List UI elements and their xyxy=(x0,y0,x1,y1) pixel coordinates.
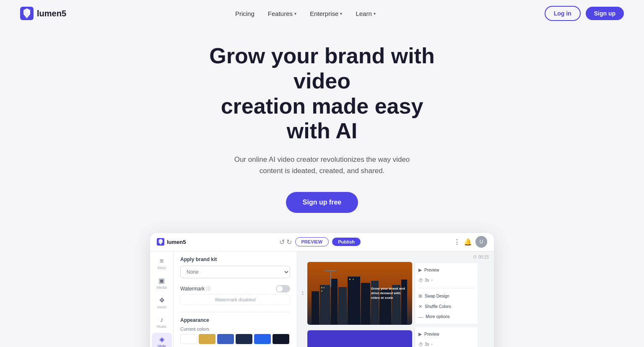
enterprise-chevron-icon: ▾ xyxy=(340,11,342,16)
current-color-swatches xyxy=(180,334,290,344)
login-button[interactable]: Log in xyxy=(545,6,581,21)
color-swatch-4[interactable] xyxy=(254,334,271,344)
color-swatch-3[interactable] xyxy=(236,334,252,344)
current-colors-title: Current colors xyxy=(180,326,290,331)
preview-play-icon: ▶ xyxy=(418,267,422,273)
duration-icon-2: ⏱ xyxy=(418,342,423,347)
nav-enterprise[interactable]: Enterprise ▾ xyxy=(310,10,342,17)
style-icon: ◈ xyxy=(159,335,164,343)
logo[interactable]: lumen5 xyxy=(20,7,66,20)
user-avatar[interactable]: U xyxy=(475,236,487,248)
slide-2-right-panel: ▶ Preview ⏱ 3s + ⊞ Swap Design xyxy=(415,327,478,347)
navbar: lumen5 Pricing Features ▾ Enterprise ▾ L… xyxy=(0,0,644,27)
app-screenshot-wrapper: lumen5 ↺ ↻ PREVIEW Publish ⋮ 🔔 U xyxy=(0,233,644,347)
slide-thumbnail-1[interactable]: Grow your brand and drive demand with vi… xyxy=(307,262,412,325)
media-icon: ▣ xyxy=(158,277,165,285)
story-icon: ≡ xyxy=(160,257,164,265)
timer-label: ⏱ 00:15 xyxy=(473,255,489,259)
color-swatch-0[interactable] xyxy=(180,334,197,344)
brand-kit-title: Apply brand kit xyxy=(180,256,290,262)
app-screenshot: lumen5 ↺ ↻ PREVIEW Publish ⋮ 🔔 U xyxy=(150,233,494,347)
watermark-row: Watermark ⓘ xyxy=(180,285,290,293)
preview-button[interactable]: PREVIEW xyxy=(295,237,329,246)
svg-rect-3 xyxy=(312,291,319,325)
sidebar-icons: ≡ Story ▣ Media ❖ Icons ♪ Music ◈ Styl xyxy=(150,251,174,347)
slide-item-2: 2 xyxy=(301,327,491,347)
watermark-info-icon[interactable]: ⓘ xyxy=(206,286,210,292)
color-swatch-1[interactable] xyxy=(199,334,216,344)
appearance-title: Appearance xyxy=(180,317,290,323)
svg-rect-18 xyxy=(349,279,351,280)
app-logo-icon xyxy=(157,238,164,246)
slide-1-right-panel: ▶ Preview ⏱ 3s + ⊞ Swap Design xyxy=(415,263,478,324)
sidebar-item-music[interactable]: ♪ Music xyxy=(152,313,172,331)
svg-rect-13 xyxy=(330,270,331,287)
sidebar-item-media[interactable]: ▣ Media xyxy=(152,274,172,292)
icons-icon: ❖ xyxy=(159,296,165,304)
watermark-disabled-text: Watermark disabled xyxy=(180,294,290,305)
sidebar-item-style[interactable]: ◈ Style xyxy=(152,333,172,347)
nav-learn[interactable]: Learn ▾ xyxy=(356,10,375,17)
undo-icon[interactable]: ↺ xyxy=(279,238,285,246)
logo-text: lumen5 xyxy=(37,9,66,18)
app-topbar-center: ↺ ↻ PREVIEW Publish xyxy=(279,237,361,246)
kebab-menu-icon[interactable]: ⋮ xyxy=(454,238,460,246)
svg-rect-14 xyxy=(324,270,337,271)
svg-rect-7 xyxy=(348,277,360,325)
app-body: ≡ Story ▣ Media ❖ Icons ♪ Music ◈ Styl xyxy=(150,251,494,347)
hero-section: Grow your brand with video creation made… xyxy=(0,27,644,233)
notification-icon[interactable]: 🔔 xyxy=(464,238,472,246)
app-logo: lumen5 xyxy=(157,238,186,246)
slide-2-preview[interactable]: ▶ Preview xyxy=(418,331,474,338)
sidebar-item-icons[interactable]: ❖ Icons xyxy=(152,294,172,312)
hero-title: Grow your brand with video creation made… xyxy=(196,44,448,144)
music-icon: ♪ xyxy=(160,316,164,324)
app-topbar: lumen5 ↺ ↻ PREVIEW Publish ⋮ 🔔 U xyxy=(150,233,494,251)
slide-1-more-options[interactable]: — More options xyxy=(418,313,474,320)
slide-2-duration[interactable]: ⏱ 3s + xyxy=(418,341,474,347)
preview-play-icon-2: ▶ xyxy=(418,331,422,337)
hero-subtitle: Our online AI video creator revolutioniz… xyxy=(234,154,410,176)
swap-design-icon: ⊞ xyxy=(418,293,422,299)
handshake-svg xyxy=(345,342,374,347)
redo-icon[interactable]: ↻ xyxy=(286,238,292,246)
svg-rect-19 xyxy=(353,279,354,280)
slide-number-1: 1 xyxy=(301,291,305,295)
slide-1-swap-design[interactable]: ⊞ Swap Design xyxy=(418,293,474,300)
color-swatch-5[interactable] xyxy=(273,334,289,344)
lumen5-logo-icon xyxy=(20,7,34,20)
svg-rect-15 xyxy=(321,287,322,288)
svg-rect-5 xyxy=(331,279,338,325)
nav-pricing[interactable]: Pricing xyxy=(235,10,254,17)
learn-chevron-icon: ▾ xyxy=(374,11,376,16)
sidebar-item-story[interactable]: ≡ Story xyxy=(152,255,172,272)
features-chevron-icon: ▾ xyxy=(294,11,296,16)
nav-features[interactable]: Features ▾ xyxy=(268,10,296,17)
watermark-label: Watermark ⓘ xyxy=(180,286,210,292)
slide-thumbnail-2[interactable]: Build trust with your clients and demons… xyxy=(307,330,412,347)
blue-slide-content: Build trust with your clients and demons… xyxy=(307,330,412,347)
svg-rect-8 xyxy=(361,283,370,325)
duration-icon: ⏱ xyxy=(418,278,423,283)
slide-item-1: 1 xyxy=(301,262,491,325)
slide-1-shuffle-colors[interactable]: ✕ Shuffle Colors xyxy=(418,303,474,310)
nav-links: Pricing Features ▾ Enterprise ▾ Learn ▾ xyxy=(235,10,376,17)
brand-kit-select[interactable]: None xyxy=(180,266,290,278)
svg-rect-17 xyxy=(321,290,322,292)
settings-divider xyxy=(180,312,290,312)
color-swatch-2[interactable] xyxy=(217,334,234,344)
nav-actions: Log in Sign up xyxy=(545,6,624,21)
svg-rect-6 xyxy=(338,287,347,325)
slide-1-preview[interactable]: ▶ Preview xyxy=(418,267,474,274)
signup-hero-button[interactable]: Sign up free xyxy=(286,192,358,213)
signup-nav-button[interactable]: Sign up xyxy=(586,7,624,20)
slide-1-duration[interactable]: ⏱ 3s + xyxy=(418,277,474,284)
shuffle-colors-icon: ✕ xyxy=(418,304,422,309)
panel-sep xyxy=(418,288,474,288)
publish-button[interactable]: Publish xyxy=(332,238,361,246)
canvas-topbar: ⏱ 00:15 xyxy=(301,255,491,259)
svg-rect-16 xyxy=(323,287,325,288)
watermark-toggle[interactable] xyxy=(276,285,290,293)
more-options-icon: — xyxy=(418,314,423,319)
slide-1-text-overlay: Grow your brand and drive demand with vi… xyxy=(371,286,409,300)
